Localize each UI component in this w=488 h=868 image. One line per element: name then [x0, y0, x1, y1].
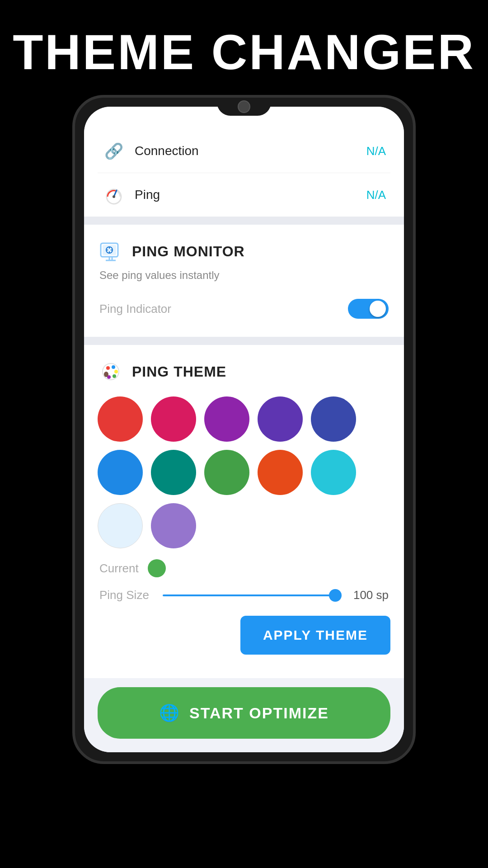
current-label: Current — [99, 561, 139, 576]
apply-btn-wrapper: APPLY THEME — [98, 616, 390, 655]
ping-size-label: Ping Size — [99, 588, 149, 602]
bottom-btn-area: 🌐 START OPTIMIZE — [84, 678, 404, 752]
svg-point-15 — [112, 365, 115, 369]
current-color-indicator — [148, 559, 166, 577]
slider-thumb — [329, 589, 342, 602]
current-color-row: Current — [98, 559, 390, 577]
divider-1 — [84, 217, 404, 225]
ping-size-row: Ping Size 100 sp — [98, 588, 390, 602]
phone-screen: 🔗 Connection N/A Ping N/A — [84, 107, 404, 752]
phone-notch — [217, 98, 271, 116]
color-deep-purple[interactable] — [258, 396, 303, 442]
color-orange[interactable] — [258, 450, 303, 495]
svg-point-2 — [113, 195, 115, 198]
color-lavender[interactable] — [151, 503, 196, 548]
ping-size-value: 100 sp — [353, 588, 389, 602]
ping-monitor-title: PING MONITOR — [132, 243, 245, 260]
ping-monitor-header: PING MONITOR — [98, 238, 390, 264]
page-title: THEME CHANGER — [13, 27, 475, 77]
svg-point-16 — [114, 370, 118, 373]
toggle-knob — [370, 301, 386, 317]
connection-label: Connection — [135, 144, 366, 158]
color-light-blue[interactable] — [98, 450, 143, 495]
color-teal[interactable] — [151, 450, 196, 495]
color-cyan[interactable] — [311, 450, 356, 495]
color-indigo[interactable] — [311, 396, 356, 442]
ping-size-slider[interactable] — [163, 594, 342, 597]
ping-monitor-icon — [98, 238, 124, 264]
ping-indicator-toggle[interactable] — [348, 299, 389, 319]
connection-value: N/A — [366, 144, 386, 158]
svg-point-17 — [113, 374, 116, 378]
color-green[interactable] — [204, 450, 249, 495]
ping-theme-header: PING THEME — [98, 359, 390, 385]
ping-monitor-section: PING MONITOR See ping values instantly P… — [84, 225, 404, 337]
ping-theme-title: PING THEME — [132, 363, 226, 380]
slider-track — [163, 594, 342, 596]
ping-theme-icon — [98, 359, 124, 385]
start-optimize-button[interactable]: 🌐 START OPTIMIZE — [98, 687, 390, 739]
connection-row: 🔗 Connection N/A — [98, 129, 390, 173]
color-grid — [98, 396, 390, 548]
ping-row: Ping N/A — [98, 173, 390, 217]
color-deep-pink[interactable] — [151, 396, 196, 442]
svg-point-14 — [106, 366, 110, 370]
optimize-icon: 🌐 — [159, 703, 180, 722]
connection-icon: 🔗 — [102, 139, 126, 163]
color-red[interactable] — [98, 396, 143, 442]
toggle-row: Ping Indicator — [98, 294, 390, 323]
divider-2 — [84, 337, 404, 345]
apply-theme-button[interactable]: APPLY THEME — [240, 616, 390, 655]
ping-label: Ping — [135, 188, 366, 202]
camera — [238, 100, 250, 113]
ping-value: N/A — [366, 188, 386, 202]
toggle-label: Ping Indicator — [99, 302, 171, 316]
ping-theme-section: PING THEME Current — [84, 345, 404, 678]
screen-top: 🔗 Connection N/A Ping N/A — [84, 107, 404, 217]
svg-point-19 — [104, 372, 108, 377]
ping-icon — [102, 183, 126, 207]
color-purple[interactable] — [204, 396, 249, 442]
color-pale-blue[interactable] — [98, 503, 143, 548]
ping-monitor-subtitle: See ping values instantly — [99, 269, 390, 282]
start-optimize-label: START OPTIMIZE — [189, 704, 329, 722]
phone-mockup: 🔗 Connection N/A Ping N/A — [72, 95, 416, 764]
